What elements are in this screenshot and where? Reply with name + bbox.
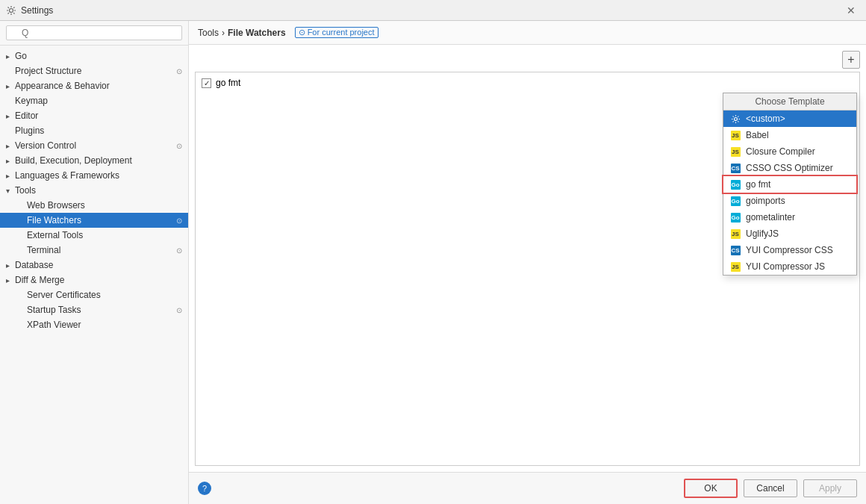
js-icon: JS [729,146,741,158]
sidebar-item-project-structure[interactable]: Project Structure ⊙ [0,63,188,78]
breadcrumb: Tools › File Watchers ⊙ For current proj… [198,27,379,38]
template-item-closure-compiler[interactable]: JS Closure Compiler [723,143,856,160]
search-box: 🔍 [0,21,188,46]
sidebar-item-startup-tasks[interactable]: Startup Tasks ⊙ [0,302,188,317]
sidebar-item-go[interactable]: ▸ Go [0,49,188,63]
template-header: Choose Template [723,93,856,111]
template-item-yui-js[interactable]: JS YUI Compressor JS [723,258,856,275]
arrow-icon: ▸ [6,52,15,60]
sidebar-tree: ▸ Go Project Structure ⊙ ▸ Appearance & … [0,46,188,504]
template-item-label: goimports [746,196,785,206]
css-icon: CS [729,162,741,174]
template-item-label: CSSO CSS Optimizer [746,163,833,173]
settings-icon [6,5,16,16]
arrow-icon: ▸ [6,142,15,150]
sidebar-item-file-watchers[interactable]: File Watchers ⊙ [0,213,188,228]
sidebar-item-plugins[interactable]: Plugins [0,123,188,138]
sidebar-item-keymap[interactable]: Keymap [0,93,188,108]
footer: ? OK Cancel Apply [189,472,866,504]
template-item-custom[interactable]: <custom> [723,111,856,127]
template-item-label: go fmt [746,179,770,190]
js-icon: JS [729,228,741,240]
template-item-label: UglifyJS [746,228,779,239]
arrow-icon: ▸ [6,157,15,165]
sidebar-item-xpath-viewer[interactable]: XPath Viewer [0,317,188,332]
go-icon: Go [729,211,741,223]
watcher-label: go fmt [216,78,240,88]
js-icon: JS [729,129,741,141]
svg-point-0 [10,8,13,12]
sidebar-item-build-execution[interactable]: ▸ Build, Execution, Deployment [0,153,188,168]
sidebar-item-server-certificates[interactable]: Server Certificates [0,287,188,302]
js-icon: JS [729,261,741,273]
watchers-toolbar: + [195,51,860,69]
arrow-icon: ▸ [6,276,15,284]
title-bar: Settings ✕ [0,0,866,21]
project-badge: ⊙ For current project [295,27,379,38]
template-item-label: <custom> [746,113,785,124]
sidebar-item-appearance-behavior[interactable]: ▸ Appearance & Behavior [0,78,188,93]
sidebar: 🔍 ▸ Go Project Structure ⊙ ▸ Appearance … [0,21,189,504]
content-body: + go fmt Choose Template [189,45,866,472]
template-item-label: gometalinter [746,212,795,223]
sidebar-item-external-tools[interactable]: External Tools [0,228,188,243]
css-icon: CS [729,244,741,256]
template-item-label: YUI Compressor JS [746,261,825,272]
sidebar-item-editor[interactable]: ▸ Editor [0,108,188,123]
sidebar-item-terminal[interactable]: Terminal ⊙ [0,243,188,258]
go-icon: Go [729,178,741,190]
search-input[interactable] [6,25,182,40]
template-dropdown: Choose Template <custom> JS Babel [723,93,857,276]
add-watcher-button[interactable]: + [842,51,860,69]
list-item[interactable]: go fmt [196,75,859,90]
content-area: Tools › File Watchers ⊙ For current proj… [189,21,866,504]
gear-icon [729,113,741,125]
arrow-icon: ▸ [6,261,15,270]
footer-left: ? [198,482,678,495]
apply-button[interactable]: Apply [803,479,857,497]
arrow-icon: ▸ [6,82,15,90]
ok-button[interactable]: OK [684,479,738,498]
template-item-yui-css[interactable]: CS YUI Compressor CSS [723,242,856,258]
template-item-babel[interactable]: JS Babel [723,127,856,143]
template-item-uglifyjs[interactable]: JS UglifyJS [723,225,856,242]
arrow-icon: ▾ [6,187,15,195]
cancel-button[interactable]: Cancel [744,479,797,497]
sidebar-item-version-control[interactable]: ▸ Version Control ⊙ [0,138,188,153]
sidebar-item-tools[interactable]: ▾ Tools [0,183,188,198]
template-item-label: Babel [746,130,769,140]
sidebar-item-diff-merge[interactable]: ▸ Diff & Merge [0,273,188,287]
svg-point-1 [734,117,737,120]
template-item-goimports[interactable]: Go goimports [723,193,856,209]
help-button[interactable]: ? [198,482,211,495]
window-title: Settings [21,5,842,16]
template-item-gometalinter[interactable]: Go gometalinter [723,209,856,225]
template-item-label: YUI Compressor CSS [746,245,833,255]
template-item-go-fmt[interactable]: Go go fmt [723,176,856,193]
arrow-icon: ▸ [6,112,15,120]
breadcrumb-current: File Watchers [228,28,286,38]
breadcrumb-root: Tools [198,28,219,38]
template-item-label: Closure Compiler [746,146,815,157]
template-item-csso-css-optimizer[interactable]: CS CSSO CSS Optimizer [723,160,856,176]
sidebar-item-languages[interactable]: ▸ Languages & Frameworks [0,168,188,183]
sidebar-item-database[interactable]: ▸ Database [0,258,188,273]
go-icon: Go [729,195,741,207]
content-header: Tools › File Watchers ⊙ For current proj… [189,21,866,45]
sidebar-item-web-browsers[interactable]: Web Browsers [0,198,188,213]
breadcrumb-sep: › [222,28,225,38]
watcher-checkbox[interactable] [202,78,211,88]
arrow-icon: ▸ [6,172,15,180]
close-button[interactable]: ✕ [842,3,860,18]
